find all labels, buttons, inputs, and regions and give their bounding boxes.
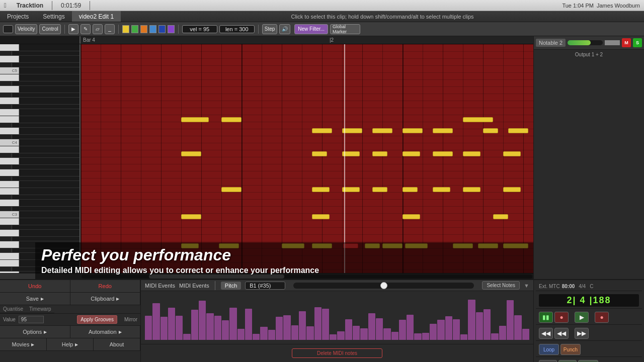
scrollbar-thumb[interactable] [149, 275, 284, 279]
piano-key-a2[interactable] [0, 230, 79, 237]
piano-key-d5[interactable] [0, 56, 79, 63]
horizontal-scrollbar[interactable] [0, 273, 533, 279]
options-button[interactable]: Options [0, 326, 70, 338]
movies-button[interactable]: Movies [0, 338, 47, 350]
rewind-btn[interactable]: ◀◀ [554, 328, 569, 339]
redo-button[interactable]: Redo [70, 280, 141, 292]
step-btn[interactable]: Step [262, 24, 278, 34]
speaker-icon[interactable]: 🔊 [279, 24, 290, 34]
midi-note-45[interactable] [453, 243, 473, 248]
piano-key-c3[interactable]: C3 [0, 211, 79, 218]
midi-note-4[interactable] [372, 128, 392, 133]
piano-key-c4[interactable]: C4 [0, 139, 79, 146]
select-tool-icon[interactable]: ▶ [68, 24, 78, 34]
help-button[interactable]: Help [47, 338, 94, 350]
piano-key-ds4[interactable] [0, 123, 79, 128]
scroll-button[interactable]: Scroll [578, 360, 598, 362]
midi-note-26[interactable] [403, 187, 418, 192]
midi-note-28[interactable] [463, 187, 480, 192]
color-green[interactable] [131, 25, 138, 33]
midi-note-37[interactable] [181, 243, 199, 248]
piano-key-gs4[interactable] [0, 93, 79, 98]
midi-note-41[interactable] [343, 243, 358, 248]
color-blue2[interactable] [158, 25, 166, 33]
global-marker-btn[interactable]: Global Marker [330, 24, 360, 34]
record-btn[interactable]: ● [554, 312, 569, 323]
piano-key-b4[interactable] [0, 74, 79, 81]
piano-key-g2[interactable] [0, 241, 79, 248]
piano-key-as4[interactable] [0, 81, 79, 86]
punch-button[interactable]: Punch [560, 344, 581, 355]
volume-slider[interactable] [568, 40, 603, 45]
save-button[interactable]: Save [0, 293, 70, 305]
piano-key-ds3[interactable] [0, 195, 79, 200]
apply-grooves-btn[interactable]: Apply Grooves [77, 315, 117, 324]
new-filter-btn[interactable]: New Filter... [294, 24, 328, 34]
play-btn[interactable]: ▶ [575, 312, 589, 323]
midi-note-29[interactable] [503, 187, 521, 192]
midi-note-7[interactable] [463, 117, 493, 122]
midi-note-19[interactable] [503, 151, 521, 156]
midi-note-39[interactable] [282, 243, 304, 248]
midi-note-18[interactable] [463, 151, 480, 156]
piano-key-a4[interactable] [0, 86, 79, 93]
loop-button[interactable]: Loop [539, 344, 559, 355]
edit-menu[interactable]: video2 Edit 1 [72, 11, 121, 22]
record-ready-btn[interactable]: ▮▮ [539, 312, 553, 323]
midi-note-0[interactable] [181, 117, 209, 122]
piano-key-a3[interactable] [0, 158, 79, 165]
midi-note-46[interactable] [478, 243, 498, 248]
midi-grid[interactable] [80, 44, 533, 273]
midi-note-40[interactable] [312, 243, 332, 248]
midi-note-9[interactable] [508, 128, 528, 133]
midi-note-16[interactable] [403, 151, 420, 156]
midi-note-33[interactable] [312, 214, 330, 219]
midi-note-3[interactable] [342, 128, 362, 133]
select-arrow[interactable]: ▼ [524, 283, 529, 289]
midi-note-43[interactable] [382, 243, 403, 248]
midi-note-17[interactable] [433, 151, 453, 156]
midi-note-1[interactable] [221, 117, 242, 122]
control-btn[interactable]: Control [39, 24, 60, 34]
midi-note-34[interactable] [403, 214, 420, 219]
piano-key-f4[interactable] [0, 109, 79, 116]
settings-menu[interactable]: Settings [36, 11, 71, 22]
midi-note-47[interactable] [503, 243, 528, 248]
delete-notes-button[interactable]: Delete MIDI notes [292, 348, 382, 358]
midi-note-27[interactable] [433, 187, 450, 192]
piano-key-ds2[interactable] [0, 267, 79, 272]
mute-button[interactable]: M [622, 38, 631, 47]
piano-key-ds5[interactable] [0, 51, 79, 56]
snap-button[interactable]: Snap [558, 360, 577, 362]
piano-key-d2[interactable] [0, 272, 79, 273]
midi-note-25[interactable] [372, 187, 387, 192]
piano-key-f2[interactable] [0, 253, 79, 260]
projects-menu[interactable]: Projects [0, 11, 36, 22]
piano-key-e2[interactable] [0, 260, 79, 267]
midi-note-8[interactable] [483, 128, 498, 133]
plugin-name[interactable]: Notable 2 [536, 39, 566, 47]
midi-note-42[interactable] [365, 243, 380, 248]
piano-key-cs5[interactable] [0, 63, 79, 67]
line-tool-icon[interactable]: ⎯ [105, 24, 115, 34]
piano-key-e5[interactable] [0, 44, 79, 51]
scrollbar-track[interactable] [82, 275, 532, 279]
color-orange[interactable] [140, 25, 147, 33]
piano-key-g3[interactable] [0, 169, 79, 176]
piano-key-e3[interactable] [0, 188, 79, 195]
piano-key-f3[interactable] [0, 181, 79, 188]
pitch-slider[interactable] [293, 283, 474, 289]
midi-note-15[interactable] [372, 151, 387, 156]
color-blue1[interactable] [149, 25, 156, 33]
midi-note-2[interactable] [312, 128, 332, 133]
midi-note-23[interactable] [312, 187, 330, 192]
piano-key-b2[interactable] [0, 218, 79, 225]
automation-button[interactable]: Automation [70, 326, 141, 338]
record-btn2[interactable]: ● [595, 312, 609, 323]
midi-note-6[interactable] [433, 128, 453, 133]
eraser-tool-icon[interactable]: ▱ [93, 24, 103, 34]
piano-key-fs3[interactable] [0, 176, 79, 181]
piano-key-b3[interactable] [0, 146, 79, 153]
small-square-btn[interactable] [3, 25, 13, 33]
pitch-tab[interactable]: Pitch [221, 282, 241, 290]
